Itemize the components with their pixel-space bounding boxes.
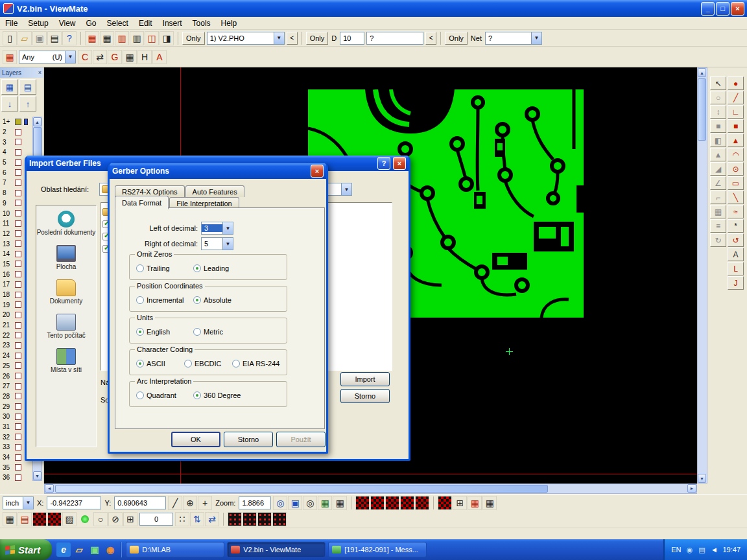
layers-panel-close-icon[interactable]: × — [38, 69, 42, 76]
close-button[interactable]: × — [731, 2, 744, 16]
film-pattern-icon-1[interactable] — [355, 496, 370, 510]
dialog-close-icon[interactable]: × — [393, 157, 406, 170]
start-button[interactable]: Start — [0, 539, 52, 560]
layer-color-swatch[interactable] — [15, 119, 21, 125]
pad-grid-icon-3[interactable]: ▦ — [468, 496, 482, 510]
arc-tool[interactable]: ◠ — [728, 148, 744, 161]
radio-ascii[interactable]: ASCII — [136, 360, 184, 368]
dot-pattern-icon-4[interactable] — [272, 512, 287, 526]
pan-tool[interactable]: ↕ — [710, 105, 726, 119]
place-plocha[interactable]: Plocha — [36, 245, 96, 270]
layer-color-swatch[interactable] — [15, 301, 21, 308]
circle-outline-icon[interactable]: ○ — [93, 512, 108, 526]
gerber-dialog-title-bar[interactable]: Gerber Options × — [110, 163, 326, 179]
layer-color-swatch[interactable] — [15, 281, 21, 288]
import-button[interactable]: Import — [340, 372, 390, 386]
menu-insert[interactable]: Insert — [158, 18, 187, 29]
scrollbar-thumb[interactable] — [698, 78, 706, 141]
place-dokumenty[interactable]: Dokumenty — [36, 279, 96, 305]
film-box-icon[interactable]: ◫ — [145, 31, 159, 45]
zoom-window-icon[interactable]: ▣ — [288, 496, 302, 510]
taskbar-button-191-482-091-mess[interactable]: [191-482-091] - Mess... — [328, 542, 427, 557]
import-cancel-button[interactable]: Storno — [340, 389, 390, 403]
tray-keyboard-icon[interactable]: ▤ — [696, 544, 707, 555]
layer-color-swatch[interactable] — [15, 444, 21, 450]
scroll-down-icon[interactable]: ▼ — [33, 471, 42, 480]
angle-tool[interactable]: ∠ — [710, 176, 726, 190]
dcode-query-input[interactable]: ? — [366, 32, 423, 45]
layer-color-swatch[interactable] — [15, 200, 21, 206]
goto-net-icon[interactable]: ▥ — [130, 31, 144, 45]
radio-incremental[interactable]: Incremental — [136, 296, 193, 304]
layer-color-swatch[interactable] — [15, 423, 21, 430]
list-tool[interactable]: ≡ — [710, 219, 726, 233]
mini-grid-icon[interactable]: ▦ — [3, 512, 17, 526]
menu-help[interactable]: Help — [216, 18, 243, 29]
new-file-icon[interactable]: ▯ — [3, 31, 17, 45]
print-icon[interactable]: ▤ — [47, 31, 62, 45]
right-of-decimal-combobox[interactable]: 5 ▼ — [201, 237, 233, 250]
grid-value-input[interactable]: 0 — [139, 513, 173, 526]
scroll-right-icon[interactable]: ► — [687, 484, 696, 493]
layer-color-swatch[interactable] — [15, 353, 21, 359]
goto-dcode-icon[interactable]: ▥ — [115, 31, 129, 45]
pad-grid-icon-2[interactable]: ⊞ — [453, 496, 467, 510]
scroll-down-icon[interactable]: ▼ — [698, 474, 706, 483]
slope-tool[interactable]: ◢ — [710, 162, 726, 176]
chevron-down-icon[interactable]: ▼ — [222, 238, 233, 250]
layer-move-up-icon[interactable]: ↑ — [19, 96, 36, 111]
show-desktop-icon[interactable]: ▣ — [88, 542, 102, 557]
layer-color-swatch[interactable] — [15, 393, 21, 399]
menu-select[interactable]: Select — [102, 18, 134, 29]
layer-color-swatch[interactable] — [15, 149, 21, 156]
pad-grid-icon-4[interactable]: ▦ — [482, 496, 497, 510]
radio-eia-rs-244[interactable]: EIA RS-244 — [232, 360, 280, 368]
grid-tool[interactable]: ▦ — [710, 205, 726, 218]
layers-film-icon[interactable]: ▤ — [19, 79, 36, 95]
radio-absolute[interactable]: Absolute — [193, 296, 250, 304]
cancel-button[interactable]: Storno — [224, 432, 273, 447]
scrollbar-thumb[interactable] — [55, 485, 548, 493]
layer-color-swatch[interactable] — [15, 312, 21, 318]
layer-color-swatch[interactable] — [15, 159, 21, 166]
layer-color-swatch[interactable] — [15, 240, 21, 247]
triangle-tool[interactable]: ▲ — [710, 148, 726, 161]
layer-color-swatch[interactable] — [15, 464, 21, 471]
grid-b-icon[interactable]: ▦ — [333, 496, 347, 510]
dialog-help-icon[interactable]: ? — [377, 157, 390, 170]
table-icon[interactable]: ⊞ — [123, 512, 137, 526]
origin-target-icon[interactable]: ⊕ — [183, 496, 197, 510]
film-pattern-icon-2[interactable] — [370, 496, 385, 510]
corner-tool[interactable]: ⌐ — [710, 191, 726, 204]
open-folder-icon[interactable]: ▱ — [18, 31, 32, 45]
layer-combobox[interactable]: 1) V2.PHO ▼ — [207, 32, 285, 45]
net-combobox[interactable]: ? ▼ — [485, 32, 542, 45]
layer-color-swatch[interactable] — [15, 220, 21, 227]
point-tool[interactable]: ● — [728, 76, 744, 90]
previous-layer-button[interactable]: < — [287, 32, 298, 45]
pad-rect-tool[interactable]: ▭ — [728, 176, 744, 190]
place-tento-po-ta[interactable]: Tento počítač — [36, 314, 96, 339]
layer-color-swatch[interactable] — [15, 342, 21, 349]
scroll-left-icon[interactable]: ◄ — [45, 484, 54, 493]
layer-color-swatch[interactable] — [15, 139, 21, 145]
only-layer-toggle[interactable]: Only — [182, 32, 205, 45]
layer-color-swatch[interactable] — [15, 383, 21, 390]
layer-color-swatch[interactable] — [15, 292, 21, 298]
film-grid-icon[interactable]: ▦ — [3, 50, 17, 64]
film-pattern-icon-3[interactable] — [385, 496, 399, 510]
any-dcode-combobox[interactable]: Any (U) ▼ — [19, 51, 76, 64]
radio-ebcdic[interactable]: EBCDIC — [184, 360, 232, 368]
layer-row[interactable]: 2 — [1, 127, 31, 137]
circle-pad-tool[interactable]: ⊙ — [728, 162, 744, 176]
canvas-vertical-scrollbar[interactable]: ▲ ▼ — [697, 67, 707, 484]
text-a-button[interactable]: A — [152, 50, 167, 64]
previous-dcode-button[interactable]: < — [425, 32, 436, 45]
radio-quadrant[interactable]: Quadrant — [136, 391, 193, 399]
scroll-up-icon[interactable]: ▲ — [33, 117, 42, 126]
layer-color-swatch[interactable] — [15, 261, 21, 267]
folder-quicklaunch-icon[interactable]: ▱ — [72, 542, 86, 557]
swap-arrows-icon[interactable]: ⇄ — [93, 50, 107, 64]
dot-pattern-icon-3[interactable] — [257, 512, 272, 526]
measure-diagonal-icon[interactable]: ╱ — [168, 496, 182, 510]
